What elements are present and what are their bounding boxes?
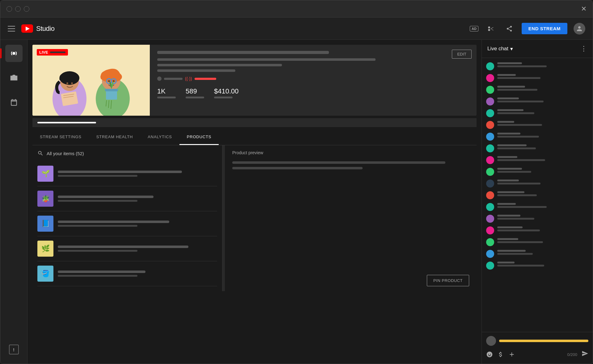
chat-content bbox=[497, 226, 588, 231]
chat-message bbox=[482, 72, 593, 84]
preview-image-bar bbox=[232, 161, 445, 164]
chat-username bbox=[497, 180, 519, 181]
search-icon bbox=[37, 150, 44, 156]
edit-button[interactable]: EDIT bbox=[452, 50, 472, 59]
chat-username bbox=[497, 62, 522, 64]
chat-title-text: Live chat bbox=[487, 46, 508, 52]
product-name bbox=[58, 271, 145, 273]
chat-content bbox=[497, 74, 588, 79]
chat-text bbox=[497, 136, 539, 138]
sidebar-item-live[interactable] bbox=[5, 45, 23, 62]
chat-username bbox=[497, 97, 519, 99]
chat-text bbox=[497, 159, 545, 161]
hamburger-menu[interactable] bbox=[8, 26, 15, 31]
send-button[interactable] bbox=[582, 350, 588, 359]
add-button[interactable] bbox=[508, 351, 515, 358]
svg-rect-7 bbox=[61, 91, 78, 106]
maximize-control[interactable] bbox=[15, 6, 21, 12]
chat-message bbox=[482, 60, 593, 72]
chat-content bbox=[497, 144, 588, 149]
chat-username bbox=[497, 250, 526, 252]
live-chat-dropdown[interactable]: Live chat ▾ bbox=[487, 46, 513, 52]
viewer-icon bbox=[157, 77, 162, 81]
progress-bar bbox=[37, 122, 96, 123]
stream-preview-row: LIVE bbox=[32, 45, 477, 116]
search-label[interactable]: All your items (52) bbox=[47, 151, 84, 156]
tab-stream-settings[interactable]: STREAM SETTINGS bbox=[32, 130, 89, 145]
sidebar-item-camera[interactable] bbox=[5, 69, 23, 87]
preview-sub-bar bbox=[232, 167, 363, 169]
chat-text bbox=[497, 206, 547, 208]
chat-avatar bbox=[486, 203, 494, 211]
active-bar bbox=[0, 48, 2, 58]
chat-username bbox=[497, 226, 523, 228]
likes-value: 589 bbox=[186, 87, 204, 95]
svg-rect-18 bbox=[106, 90, 117, 100]
product-name bbox=[58, 196, 154, 198]
scissors-button[interactable] bbox=[485, 23, 497, 35]
list-item: 🪣 bbox=[37, 261, 217, 286]
product-thumbnail: 🌱 bbox=[37, 166, 53, 182]
tab-stream-health[interactable]: STREAM HEALTH bbox=[89, 130, 141, 145]
chat-message bbox=[482, 248, 593, 260]
chat-avatar bbox=[486, 97, 494, 105]
chat-text bbox=[497, 147, 536, 149]
live-text: LIVE bbox=[39, 50, 48, 55]
product-price bbox=[58, 175, 137, 177]
close-control[interactable] bbox=[24, 6, 29, 12]
pin-product-button[interactable]: PIN PRODUCT bbox=[427, 275, 469, 286]
live-badge: LIVE bbox=[37, 49, 68, 56]
window-close-button[interactable]: ✕ bbox=[581, 5, 587, 13]
chat-text bbox=[497, 253, 533, 255]
chat-avatar bbox=[486, 262, 494, 270]
chat-avatar bbox=[486, 180, 494, 188]
sidebar-item-calendar[interactable] bbox=[5, 94, 23, 111]
minimize-control[interactable] bbox=[6, 6, 12, 12]
chat-more-button[interactable]: ⋮ bbox=[580, 45, 587, 53]
chat-avatar bbox=[486, 156, 494, 164]
chat-message bbox=[482, 107, 593, 119]
list-item: 🪴 bbox=[37, 186, 217, 211]
viewers-value: 1K bbox=[157, 87, 176, 95]
product-price bbox=[58, 250, 137, 252]
chat-message bbox=[482, 131, 593, 143]
chat-content bbox=[497, 262, 588, 267]
product-thumbnail: 🌿 bbox=[37, 241, 53, 257]
chat-message bbox=[482, 166, 593, 178]
product-name bbox=[58, 171, 182, 173]
live-signal-bar bbox=[195, 78, 216, 80]
stream-stats-row: 1K 589 $410.00 bbox=[157, 87, 469, 98]
chat-content bbox=[497, 109, 588, 114]
chat-content bbox=[497, 250, 588, 255]
user-avatar[interactable] bbox=[574, 23, 585, 35]
tab-products[interactable]: PRODUCTS bbox=[179, 130, 219, 145]
search-row: All your items (52) bbox=[37, 150, 217, 156]
chat-content bbox=[497, 238, 588, 243]
emoji-button[interactable] bbox=[486, 351, 493, 358]
svg-rect-19 bbox=[105, 89, 118, 91]
chat-username bbox=[497, 156, 517, 158]
chat-username bbox=[497, 109, 524, 111]
logo-text: Studio bbox=[36, 25, 54, 33]
chat-avatar bbox=[486, 62, 494, 70]
chat-username bbox=[497, 191, 524, 193]
svg-point-6 bbox=[71, 82, 73, 84]
product-price bbox=[58, 225, 137, 227]
tab-analytics[interactable]: ANALYTICS bbox=[140, 130, 179, 145]
stream-desc-bar-2 bbox=[157, 64, 282, 66]
super-chat-button[interactable] bbox=[497, 351, 504, 358]
progress-bar-container[interactable] bbox=[32, 118, 477, 127]
revenue-stat: $410.00 bbox=[214, 87, 239, 98]
left-sidebar: ! bbox=[0, 40, 27, 364]
chat-message bbox=[482, 96, 593, 107]
main-layout: ! LIVE bbox=[0, 40, 593, 364]
svg-point-0 bbox=[12, 52, 15, 55]
products-list: All your items (52) 🌱 🪴 bbox=[32, 145, 222, 291]
live-duration bbox=[50, 52, 65, 53]
chat-input-bar[interactable] bbox=[499, 340, 588, 342]
product-info bbox=[58, 221, 217, 227]
end-stream-button[interactable]: END STREAM bbox=[522, 23, 567, 34]
share-button[interactable] bbox=[503, 23, 515, 35]
feedback-button[interactable]: ! bbox=[9, 345, 19, 354]
chat-username bbox=[497, 86, 525, 88]
